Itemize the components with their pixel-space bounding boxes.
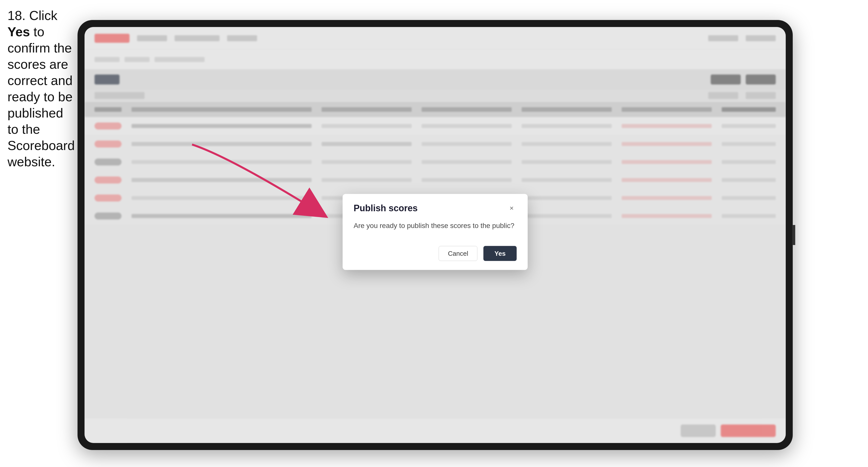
yes-highlight: Yes <box>7 25 30 39</box>
modal-close-button[interactable]: × <box>507 203 517 213</box>
cancel-button[interactable]: Cancel <box>439 246 477 261</box>
yes-button[interactable]: Yes <box>484 246 517 261</box>
publish-scores-modal: Publish scores × Are you ready to publis… <box>343 194 528 270</box>
tablet-frame: Publish scores × Are you ready to publis… <box>78 20 793 450</box>
step-number: 18. <box>7 8 26 23</box>
tablet-power-button <box>792 225 795 245</box>
instruction-prefix: Click <box>29 8 58 23</box>
instruction-text: 18. Click Yes to confirm the scores are … <box>7 7 78 170</box>
modal-header: Publish scores × <box>343 194 528 219</box>
modal-overlay: Publish scores × Are you ready to publis… <box>85 27 786 443</box>
tablet-screen: Publish scores × Are you ready to publis… <box>85 27 786 443</box>
modal-footer: Cancel Yes <box>343 240 528 270</box>
instruction-suffix: to confirm the scores are correct and re… <box>7 25 75 169</box>
modal-title: Publish scores <box>353 203 417 214</box>
modal-message: Are you ready to publish these scores to… <box>353 220 517 231</box>
modal-body: Are you ready to publish these scores to… <box>343 219 528 240</box>
